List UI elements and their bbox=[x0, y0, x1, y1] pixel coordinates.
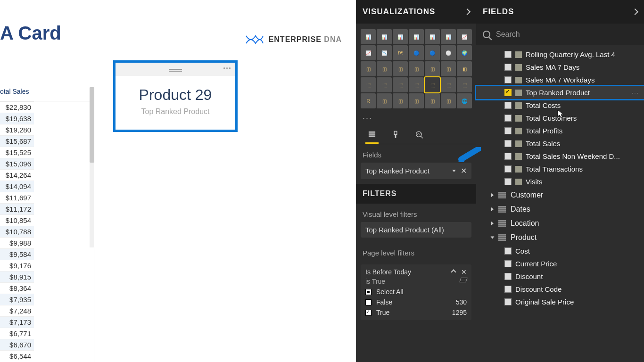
viz-tile[interactable]: ◫ bbox=[377, 61, 392, 76]
viz-tile[interactable]: 📊 bbox=[409, 29, 424, 44]
table-row[interactable]: $19,638 bbox=[0, 113, 34, 124]
expand-icon[interactable] bbox=[491, 207, 494, 211]
viz-tile[interactable]: 📈 bbox=[361, 45, 376, 60]
table-row[interactable]: $8,915 bbox=[0, 271, 34, 282]
viz-tile[interactable]: ⬚ bbox=[361, 77, 376, 92]
select-all-checkbox[interactable] bbox=[365, 289, 372, 295]
viz-tile[interactable]: R bbox=[361, 93, 376, 108]
viz-tile[interactable]: ⬚ bbox=[441, 77, 456, 92]
table-row[interactable]: $9,584 bbox=[0, 248, 34, 260]
fields-header[interactable]: FIELDS bbox=[476, 0, 644, 24]
chevron-right-icon[interactable] bbox=[464, 8, 471, 15]
dropdown-icon[interactable] bbox=[452, 170, 456, 172]
chevron-up-icon[interactable] bbox=[451, 269, 456, 274]
viz-tile[interactable]: 📊 bbox=[441, 29, 456, 44]
field-checkbox[interactable] bbox=[504, 178, 512, 185]
field-item[interactable]: Top Ranked Product··· bbox=[476, 86, 644, 99]
viz-tile[interactable]: 🌐 bbox=[457, 93, 472, 108]
field-item[interactable]: Rolling Quarterly Avg. Last 4 bbox=[476, 48, 644, 61]
field-checkbox[interactable] bbox=[504, 115, 512, 122]
field-item[interactable]: Total Sales bbox=[476, 137, 644, 150]
viz-tile[interactable]: ◫ bbox=[425, 61, 440, 76]
expand-icon[interactable] bbox=[491, 222, 494, 225]
format-tab-icon[interactable] bbox=[389, 131, 402, 144]
field-item[interactable]: Discount Code bbox=[476, 283, 644, 296]
viz-tile[interactable]: ◫ bbox=[441, 61, 456, 76]
field-checkbox[interactable] bbox=[504, 140, 512, 147]
viz-tile[interactable]: ⬚ bbox=[409, 77, 424, 92]
card-header[interactable] bbox=[116, 63, 235, 76]
viz-tile[interactable]: ◫ bbox=[441, 93, 456, 108]
viz-tile[interactable]: ⬚ bbox=[393, 77, 408, 92]
field-checkbox[interactable] bbox=[504, 51, 512, 58]
analytics-tab-icon[interactable] bbox=[413, 131, 426, 144]
field-item[interactable]: Cost bbox=[476, 245, 644, 257]
field-item[interactable]: Visits bbox=[476, 175, 644, 188]
table-row[interactable]: $6,670 bbox=[0, 339, 34, 350]
page-filter[interactable]: Is Before Today ✕ is True Select All Fal… bbox=[361, 264, 471, 320]
field-item[interactable]: Total Profits bbox=[476, 124, 644, 137]
table-row[interactable]: $7,935 bbox=[0, 294, 34, 305]
viz-header[interactable]: VISUALIZATIONS bbox=[356, 0, 476, 24]
table-row[interactable]: $6,771 bbox=[0, 328, 34, 339]
viz-tile[interactable]: ◫ bbox=[409, 93, 424, 108]
table-row[interactable]: $22,830 bbox=[0, 101, 34, 113]
viz-tile[interactable]: ⬚ bbox=[425, 77, 440, 92]
viz-tile[interactable]: 📊 bbox=[377, 29, 392, 44]
viz-tile[interactable]: ⬚ bbox=[377, 77, 392, 92]
table-row[interactable]: $8,364 bbox=[0, 282, 34, 294]
more-icon[interactable]: ··· bbox=[632, 90, 639, 96]
table-row[interactable]: $10,854 bbox=[0, 214, 34, 226]
viz-tile[interactable]: 🔵 bbox=[409, 45, 424, 60]
viz-tile[interactable]: ◫ bbox=[409, 61, 424, 76]
table-row[interactable]: $14,094 bbox=[0, 181, 34, 192]
viz-tile[interactable]: 🗺 bbox=[393, 45, 408, 60]
viz-tile[interactable]: ⬚ bbox=[457, 77, 472, 92]
remove-field-icon[interactable]: ✕ bbox=[461, 166, 467, 175]
card-visual[interactable]: Product 29 Top Ranked Product bbox=[113, 60, 238, 132]
viz-tile[interactable]: 📊 bbox=[393, 29, 408, 44]
expand-icon[interactable] bbox=[491, 193, 494, 197]
viz-tile[interactable]: 📉 bbox=[377, 45, 392, 60]
expand-icon[interactable] bbox=[491, 237, 495, 239]
field-checkbox[interactable] bbox=[504, 286, 512, 293]
viz-tile[interactable]: ◫ bbox=[361, 61, 376, 76]
viz-tile[interactable]: ◧ bbox=[457, 61, 472, 76]
table-row[interactable]: $9,176 bbox=[0, 260, 34, 271]
table-group[interactable]: Location bbox=[476, 216, 644, 230]
card-menu-icon[interactable] bbox=[223, 67, 231, 69]
remove-filter-icon[interactable]: ✕ bbox=[461, 268, 467, 276]
field-checkbox[interactable] bbox=[504, 260, 512, 267]
field-item[interactable]: Total Sales Non Weekend D... bbox=[476, 150, 644, 163]
table-row[interactable]: $10,788 bbox=[0, 226, 34, 237]
viz-tile[interactable]: ◫ bbox=[377, 93, 392, 108]
field-checkbox[interactable] bbox=[504, 273, 512, 280]
table-row[interactable]: $11,172 bbox=[0, 203, 34, 214]
field-item[interactable]: Current Price bbox=[476, 257, 644, 270]
viz-tile[interactable]: ⚪ bbox=[441, 45, 456, 60]
table-row[interactable]: $7,173 bbox=[0, 316, 34, 328]
field-checkbox[interactable] bbox=[504, 298, 512, 305]
viz-tile[interactable]: 📊 bbox=[361, 29, 376, 44]
field-item[interactable]: Original Sale Price bbox=[476, 296, 644, 308]
more-visuals-icon[interactable]: ··· bbox=[356, 111, 476, 125]
viz-tile[interactable]: ◫ bbox=[393, 61, 408, 76]
scrollbar-thumb[interactable] bbox=[90, 87, 94, 163]
viz-tile[interactable]: 📊 bbox=[425, 29, 440, 44]
table-group[interactable]: Dates bbox=[476, 202, 644, 216]
table-row[interactable]: $15,687 bbox=[0, 135, 34, 147]
table-row[interactable]: $11,697 bbox=[0, 192, 34, 203]
true-checkbox[interactable] bbox=[365, 310, 372, 316]
viz-tile[interactable]: 🌍 bbox=[457, 45, 472, 60]
field-item[interactable]: Total Transactions bbox=[476, 163, 644, 175]
chevron-right-icon[interactable] bbox=[632, 8, 638, 15]
viz-tile[interactable]: 🔵 bbox=[425, 45, 440, 60]
field-checkbox[interactable] bbox=[504, 153, 512, 160]
field-checkbox[interactable] bbox=[504, 89, 512, 96]
viz-tile[interactable]: ◫ bbox=[393, 93, 408, 108]
field-checkbox[interactable] bbox=[504, 102, 512, 109]
fields-search[interactable]: Search bbox=[476, 24, 644, 45]
table-row[interactable]: $7,248 bbox=[0, 305, 34, 316]
table-group[interactable]: Customer bbox=[476, 188, 644, 202]
table-row[interactable]: $6,544 bbox=[0, 350, 34, 362]
